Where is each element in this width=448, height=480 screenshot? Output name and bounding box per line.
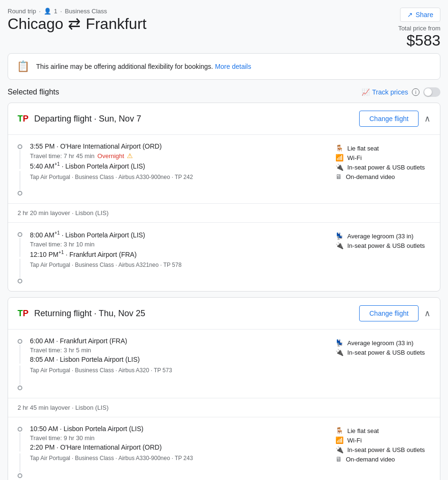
track-prices-toggle[interactable]: [423, 87, 440, 97]
amenity-video: 🖥 On-demand video: [335, 173, 430, 180]
timeline-line: [19, 150, 20, 169]
segment-2-info: Tap Air Portugal · Business Class · Airb…: [30, 262, 328, 268]
banner-text: This airline may be offering additional …: [36, 63, 251, 70]
legroom-icon: 💺: [335, 232, 343, 240]
passengers: 1: [54, 8, 57, 15]
returning-layover-1: 2 hr 45 min layover · Lisbon (LIS): [8, 398, 440, 417]
amenity-power-ret2: 🔌 In-seat power & USB outlets: [335, 446, 430, 453]
amenity-lie-flat-ret2: 🪑 Lie flat seat: [335, 427, 430, 434]
amenity-power-ret1: 🔌 In-seat power & USB outlets: [335, 348, 430, 356]
ret-timeline-line-3: [19, 433, 20, 452]
returning-segment-2-amenities: 🪑 Lie flat seat 📶 Wi-Fi 🔌 In-seat power …: [335, 425, 430, 478]
route-arrow-icon: ⇄: [68, 15, 81, 33]
ret-depart-time-place-2: 10:50 AM · Lisbon Portela Airport (LIS): [30, 425, 328, 433]
ret-timeline-dot-end: [18, 386, 22, 390]
depart-time-place-2: 8:00 AM+1 · Lisbon Portela Airport (LIS): [30, 230, 328, 239]
departing-segment-1: 3:55 PM · O'Hare International Airport (…: [8, 135, 440, 204]
timeline-dot-start-2: [18, 232, 22, 237]
timeline-line-2: [19, 171, 20, 190]
timeline-line-3: [19, 238, 20, 257]
total-price: $583: [398, 32, 440, 49]
trip-type: Round trip: [8, 8, 36, 15]
ret-timeline-line: [19, 345, 20, 364]
arrive-time-place-1: 5:40 AM+1 · Lisbon Portela Airport (LIS): [30, 161, 328, 170]
collapse-departing-icon[interactable]: ∧: [424, 113, 430, 124]
origin-city: Chicago: [8, 15, 63, 33]
banner-icon: 📋: [17, 60, 29, 73]
amenity-legroom-ret1: 💺 Average legroom (33 in): [335, 339, 430, 347]
departing-flight-title: Departing flight · Sun, Nov 7: [34, 114, 141, 124]
cabin-class: Business Class: [65, 8, 107, 15]
departing-segment-1-amenities: 🪑 Lie flat seat 📶 Wi-Fi 🔌 In-seat power …: [335, 142, 430, 196]
returning-segment-1-amenities: 💺 Average legroom (33 in) 🔌 In-seat powe…: [335, 337, 430, 390]
departing-segment-2: 8:00 AM+1 · Lisbon Portela Airport (LIS)…: [8, 223, 440, 291]
depart-time-place-1: 3:55 PM · O'Hare International Airport (…: [30, 142, 328, 150]
arrive-time-place-2: 12:10 PM+1 · Frankfurt Airport (FRA): [30, 250, 328, 258]
returning-segment-2: 10:50 AM · Lisbon Portela Airport (LIS) …: [8, 417, 440, 480]
ret-timeline-dot-start-2: [18, 427, 22, 432]
segment-1-info: Tap Air Portugal · Business Class · Airb…: [30, 174, 328, 180]
amenity-wifi-ret2: 📶 Wi-Fi: [335, 436, 430, 444]
share-button[interactable]: ↗ Share: [400, 8, 440, 22]
wifi-icon: 📶: [335, 154, 343, 161]
amenity-legroom-dep2: 💺 Average legroom (33 in): [335, 232, 430, 240]
power-icon-2: 🔌: [335, 242, 343, 249]
ret-segment-1-info: Tap Air Portugal · Business Class · Airb…: [30, 367, 328, 374]
timeline-dot-start: [18, 144, 22, 149]
destination-city: Frankfurt: [86, 15, 146, 33]
returning-segment-1: 6:00 AM · Frankfurt Airport (FRA) Travel…: [8, 329, 440, 398]
airline-logo-departing: TP: [18, 114, 29, 124]
more-details-link[interactable]: More details: [215, 63, 251, 70]
warning-icon: ⚠: [127, 152, 133, 160]
amenity-power: 🔌 In-seat power & USB outlets: [335, 163, 430, 171]
timeline-dot-end-2: [18, 279, 22, 283]
ret-travel-time-1: Travel time: 3 hr 5 min: [30, 347, 328, 354]
timeline-line-4: [19, 259, 20, 278]
power-icon-ret1: 🔌: [335, 348, 343, 356]
track-prices-link[interactable]: 📈 Track prices: [362, 88, 408, 96]
travel-time-1: Travel time: 7 hr 45 min Overnight ⚠: [30, 152, 328, 160]
departing-segment-2-amenities: 💺 Average legroom (33 in) 🔌 In-seat powe…: [335, 230, 430, 283]
ret-timeline-line-4: [19, 453, 20, 472]
travel-time-2: Travel time: 3 hr 10 min: [30, 241, 328, 248]
ret-depart-time-place-1: 6:00 AM · Frankfurt Airport (FRA): [30, 337, 328, 345]
departing-layover-1: 2 hr 20 min layover · Lisbon (LIS): [8, 204, 440, 223]
amenity-lie-flat: 🪑 Lie flat seat: [335, 144, 430, 152]
ret-segment-2-info: Tap Air Portugal · Business Class · Airb…: [30, 455, 328, 461]
returning-flight-card: TP Returning flight · Thu, Nov 25 Change…: [8, 297, 440, 480]
trending-icon: 📈: [362, 88, 370, 96]
departing-flight-header: TP Departing flight · Sun, Nov 7 Change …: [8, 103, 440, 135]
wifi-icon-ret2: 📶: [335, 436, 343, 444]
collapse-returning-icon[interactable]: ∧: [424, 308, 430, 319]
change-departing-flight-button[interactable]: Change flight: [359, 111, 419, 127]
legroom-icon-ret1: 💺: [335, 339, 343, 347]
info-icon[interactable]: i: [412, 88, 419, 96]
ret-timeline-line-2: [19, 366, 20, 385]
selected-flights-title: Selected flights: [8, 88, 59, 96]
departing-flight-card: TP Departing flight · Sun, Nov 7 Change …: [8, 103, 440, 292]
airline-logo-returning: TP: [18, 309, 29, 319]
change-returning-flight-button[interactable]: Change flight: [359, 305, 419, 321]
share-icon: ↗: [407, 11, 413, 19]
returning-flight-header: TP Returning flight · Thu, Nov 25 Change…: [8, 298, 440, 329]
ret-timeline-dot-end-2: [18, 473, 22, 478]
seat-icon: 🪑: [335, 144, 343, 152]
seat-icon-ret2: 🪑: [335, 427, 343, 434]
price-label: Total price from: [398, 25, 440, 32]
ret-timeline-dot-start: [18, 339, 22, 344]
toggle-knob: [424, 88, 432, 96]
amenity-video-ret2: 🖥 On-demand video: [335, 455, 430, 463]
ret-travel-time-2: Travel time: 9 hr 30 min: [30, 434, 328, 442]
person-icon: 👤: [44, 8, 51, 15]
returning-flight-title: Returning flight · Thu, Nov 25: [34, 309, 145, 319]
video-icon-ret2: 🖥: [335, 455, 342, 463]
video-icon: 🖥: [335, 173, 342, 180]
track-prices-section: 📈 Track prices i: [362, 87, 440, 97]
ret-arrive-time-place-2: 2:20 PM · O'Hare International Airport (…: [30, 443, 328, 451]
ret-arrive-time-place-1: 8:05 AM · Lisbon Portela Airport (LIS): [30, 356, 328, 363]
overnight-label: Overnight: [97, 152, 124, 160]
flexibility-banner: 📋 This airline may be offering additiona…: [8, 53, 440, 80]
timeline-dot-end: [18, 191, 22, 196]
power-icon: 🔌: [335, 163, 343, 171]
amenity-wifi: 📶 Wi-Fi: [335, 154, 430, 161]
